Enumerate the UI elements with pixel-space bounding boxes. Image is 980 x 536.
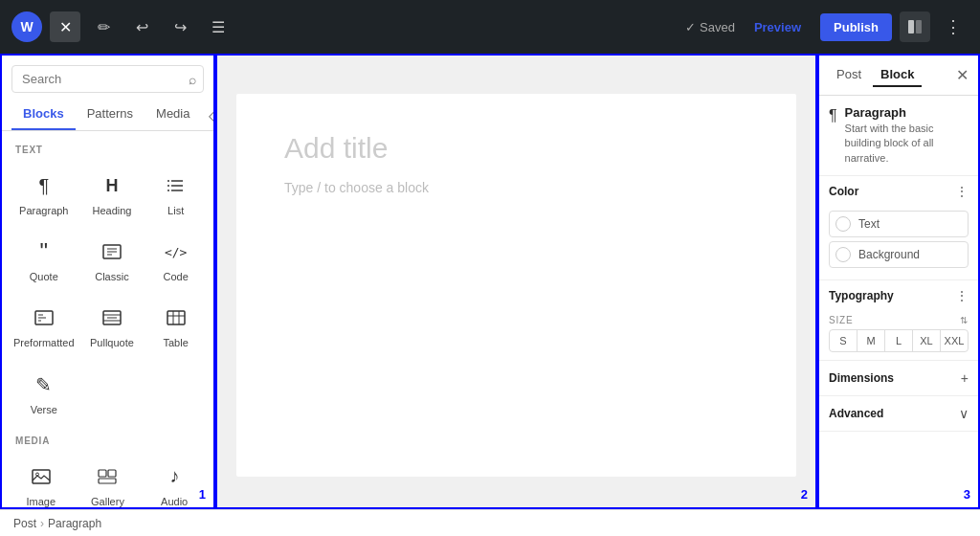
publish-button[interactable]: Publish: [820, 13, 892, 41]
advanced-section[interactable]: Advanced ∨: [819, 396, 978, 432]
advanced-collapse-icon[interactable]: ∨: [959, 406, 969, 421]
block-info: ¶ Paragraph Start with the basic buildin…: [819, 96, 978, 176]
size-adjust-icon[interactable]: ⇅: [960, 315, 969, 325]
panel-number-2: 2: [801, 487, 808, 502]
color-text-option[interactable]: Text: [829, 211, 969, 237]
tab-media[interactable]: Media: [145, 100, 201, 130]
preformatted-label: Preformatted: [13, 337, 75, 349]
block-paragraph[interactable]: ¶ Paragraph: [10, 163, 78, 225]
color-section-body: Text Background: [819, 207, 978, 279]
left-panel: ⌕ Blocks Patterns Media ◇ TEXT ¶ Paragra…: [0, 54, 215, 509]
svg-rect-20: [167, 311, 185, 324]
typography-section-header[interactable]: Typography ⋮: [819, 280, 978, 311]
size-label: SIZE ⇅: [829, 315, 969, 325]
block-pullquote[interactable]: Pullquote: [82, 295, 143, 357]
preview-button[interactable]: Preview: [743, 14, 813, 40]
more-options-button[interactable]: ⋮: [938, 11, 969, 42]
svg-rect-28: [99, 479, 116, 483]
block-image[interactable]: Image: [10, 454, 73, 507]
svg-rect-24: [33, 470, 50, 483]
heading-label: Heading: [92, 205, 131, 217]
color-section-header[interactable]: Color ⋮: [819, 176, 978, 207]
verse-icon: ✎: [29, 369, 59, 400]
paragraph-icon: ¶: [29, 170, 59, 201]
block-quote[interactable]: " Quote: [10, 229, 78, 291]
table-icon: [161, 302, 191, 333]
right-tab-post[interactable]: Post: [829, 63, 869, 87]
svg-point-7: [167, 190, 169, 191]
view-toggle-button[interactable]: [900, 11, 930, 42]
verse-label: Verse: [31, 404, 57, 416]
editor-block-placeholder[interactable]: Type / to choose a block: [284, 180, 748, 195]
audio-icon: ♪: [159, 461, 189, 492]
search-input[interactable]: [11, 65, 204, 93]
tab-patterns[interactable]: Patterns: [76, 100, 145, 130]
panel-tab-extra-icon[interactable]: ◇: [201, 100, 215, 130]
gallery-icon: [92, 461, 122, 492]
search-icon: ⌕: [189, 72, 196, 87]
right-panel-header: Post Block ✕: [819, 56, 978, 96]
block-info-description: Start with the basic building block of a…: [845, 122, 969, 166]
typography-section-more[interactable]: ⋮: [955, 288, 969, 303]
right-panel-close[interactable]: ✕: [956, 66, 969, 84]
size-xl[interactable]: XL: [913, 330, 941, 351]
block-code[interactable]: </> Code: [145, 229, 206, 291]
quote-label: Quote: [30, 271, 58, 283]
paragraph-label: Paragraph: [19, 205, 68, 217]
block-info-name: Paragraph: [845, 105, 969, 120]
dimensions-expand-icon[interactable]: +: [961, 370, 969, 386]
panel-tabs: Blocks Patterns Media ◇: [2, 93, 213, 131]
svg-rect-0: [908, 20, 914, 34]
svg-rect-26: [99, 470, 106, 477]
block-heading[interactable]: H Heading: [82, 163, 143, 225]
block-table[interactable]: Table: [145, 295, 206, 357]
editor-area[interactable]: Add title Type / to choose a block: [236, 94, 796, 477]
breadcrumb: Post › Paragraph: [13, 517, 101, 530]
text-color-label: Text: [858, 217, 880, 231]
size-s[interactable]: S: [830, 330, 858, 351]
dimensions-section[interactable]: Dimensions +: [819, 361, 978, 396]
list-icon: [161, 170, 191, 201]
center-panel[interactable]: Add title Type / to choose a block 2: [215, 54, 817, 509]
breadcrumb-paragraph[interactable]: Paragraph: [48, 517, 101, 530]
color-background-option[interactable]: Background: [829, 241, 969, 268]
block-classic[interactable]: Classic: [82, 229, 143, 291]
saved-status: ✓ Saved: [685, 20, 735, 34]
breadcrumb-post[interactable]: Post: [13, 517, 36, 530]
editor-title-placeholder[interactable]: Add title: [284, 132, 748, 165]
block-preformatted[interactable]: Preformatted: [10, 295, 78, 357]
edit-button[interactable]: ✏: [88, 11, 119, 42]
panel-content: TEXT ¶ Paragraph H Heading List: [2, 131, 213, 507]
block-list[interactable]: List: [145, 163, 206, 225]
pullquote-icon: [97, 302, 127, 333]
status-bar: Post › Paragraph: [0, 509, 980, 536]
color-section-more[interactable]: ⋮: [955, 184, 969, 199]
panel-number-1: 1: [199, 487, 206, 502]
block-gallery[interactable]: Gallery: [77, 454, 140, 507]
list-view-button[interactable]: ☰: [203, 11, 234, 42]
redo-button[interactable]: ↪: [165, 11, 195, 42]
quote-icon: ": [29, 236, 59, 267]
panel-number-3: 3: [964, 487, 970, 502]
paragraph-block-icon: ¶: [829, 107, 837, 124]
close-button[interactable]: ✕: [50, 11, 80, 42]
size-xxl[interactable]: XXL: [941, 330, 968, 351]
code-label: Code: [164, 271, 189, 283]
right-tab-block[interactable]: Block: [873, 63, 922, 87]
typography-section-body: SIZE ⇅ S M L XL XXL: [819, 311, 978, 360]
svg-point-5: [167, 180, 169, 182]
advanced-title: Advanced: [829, 407, 883, 420]
tab-blocks[interactable]: Blocks: [11, 100, 76, 130]
size-m[interactable]: M: [858, 330, 885, 351]
svg-rect-27: [108, 470, 116, 477]
code-icon: </>: [161, 236, 191, 267]
image-icon: [26, 461, 56, 492]
wp-logo[interactable]: W: [11, 11, 42, 42]
block-verse[interactable]: ✎ Verse: [10, 362, 78, 424]
size-l[interactable]: L: [885, 330, 913, 351]
preformatted-icon: [29, 302, 59, 333]
svg-point-6: [167, 185, 169, 187]
undo-button[interactable]: ↩: [126, 11, 157, 42]
block-audio[interactable]: ♪ Audio: [143, 454, 206, 507]
list-label: List: [167, 205, 184, 217]
